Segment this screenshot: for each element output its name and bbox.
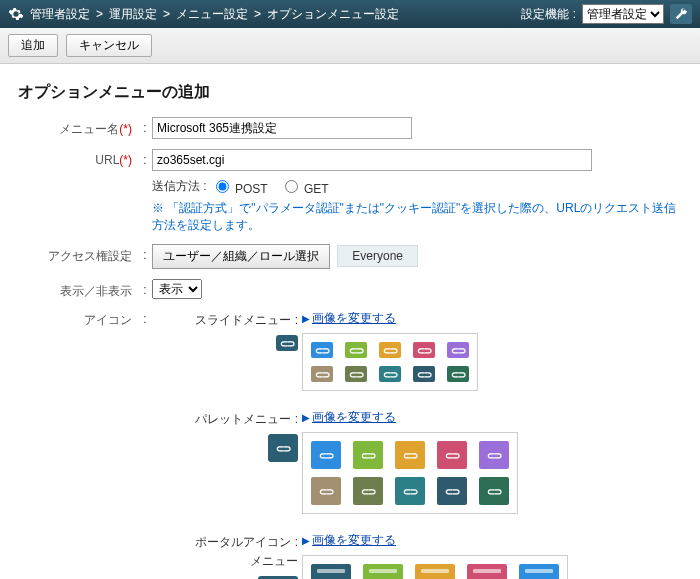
breadcrumb-item[interactable]: メニュー設定 [176,6,248,23]
icon-swatch[interactable]: ⊂⊃ [519,564,559,579]
icon-swatch[interactable]: ⊂⊃ [345,366,367,382]
icon-swatch[interactable]: ⊂⊃ [363,564,403,579]
palette-icon-palette: ⊂⊃⊂⊃⊂⊃⊂⊃⊂⊃ ⊂⊃⊂⊃⊂⊃⊂⊃⊂⊃ [302,432,518,514]
icon-swatch[interactable]: ⊂⊃ [311,477,341,505]
gear-icon [8,6,24,22]
icon-swatch[interactable]: ⊂⊃ [467,564,507,579]
icon-swatch[interactable]: ⊂⊃ [447,366,469,382]
setting-function-select[interactable]: 管理者設定 [582,4,664,24]
portal-icon-label: ポータルアイコン [195,535,291,549]
icon-swatch[interactable]: ⊂⊃ [353,441,383,469]
icon-swatch[interactable]: ⊂⊃ [311,441,341,469]
slide-change-image-link[interactable]: 画像を変更する [312,311,396,325]
icon-swatch[interactable]: ⊂⊃ [479,477,509,505]
url-label: URL [95,153,119,167]
menu-name-label: メニュー名 [59,122,119,136]
send-get-radio[interactable]: GET [280,177,329,196]
send-method-note: ※ 「認証方式」で"パラメータ認証"または"クッキー認証"を選択した際の、URL… [152,200,682,234]
icon-swatch[interactable]: ⊂⊃ [413,366,435,382]
icon-swatch[interactable]: ⊂⊃ [395,441,425,469]
icon-label: アイコン [84,313,132,327]
icon-swatch[interactable]: ⊂⊃ [311,342,333,358]
setting-function-label: 設定機能 : [521,6,576,23]
icon-swatch[interactable]: ⊂⊃ [311,564,351,579]
icon-swatch[interactable]: ⊂⊃ [379,342,401,358]
slide-menu-label: スライドメニュー [195,313,291,327]
portal-change-image-link[interactable]: 画像を変更する [312,533,396,547]
slide-icon-palette: ⊂⊃⊂⊃⊂⊃⊂⊃⊂⊃ ⊂⊃⊂⊃⊂⊃⊂⊃⊂⊃ [302,333,478,391]
triangle-icon: ▶ [302,313,310,324]
icon-swatch[interactable]: ⊂⊃ [311,366,333,382]
icon-swatch[interactable]: ⊂⊃ [437,477,467,505]
triangle-icon: ▶ [302,535,310,546]
page-title: オプションメニューの追加 [18,82,682,103]
breadcrumb-item[interactable]: オプションメニュー設定 [267,6,399,23]
send-method-label: 送信方法 : [152,178,207,195]
breadcrumb-item[interactable]: 運用設定 [109,6,157,23]
send-post-radio[interactable]: POST [211,177,268,196]
display-select[interactable]: 表示 [152,279,202,299]
breadcrumb: 管理者設定 > 運用設定 > メニュー設定 > オプションメニュー設定 [30,6,521,23]
icon-swatch[interactable]: ⊂⊃ [395,477,425,505]
url-input[interactable] [152,149,592,171]
icon-swatch[interactable]: ⊂⊃ [413,342,435,358]
icon-swatch[interactable]: ⊂⊃ [415,564,455,579]
breadcrumb-item[interactable]: 管理者設定 [30,6,90,23]
add-button[interactable]: 追加 [8,34,58,57]
display-label: 表示／非表示 [60,284,132,298]
slide-current-icon: ⊂⊃ [276,335,298,351]
cancel-button[interactable]: キャンセル [66,34,152,57]
icon-swatch[interactable]: ⊂⊃ [447,342,469,358]
palette-menu-label: パレットメニュー [195,412,291,426]
topbar: 管理者設定 > 運用設定 > メニュー設定 > オプションメニュー設定 設定機能… [0,0,700,28]
portal-menu-label: メニュー [250,554,298,568]
menu-name-input[interactable] [152,117,412,139]
toolbar: 追加 キャンセル [0,28,700,64]
wrench-icon[interactable] [670,4,692,24]
portal-icon-palette: ⊂⊃⊂⊃⊂⊃⊂⊃⊂⊃ ⊂⊃⊂⊃⊂⊃⊂⊃⊂⊃ [302,555,568,579]
icon-swatch[interactable]: ⊂⊃ [379,366,401,382]
icon-swatch[interactable]: ⊂⊃ [345,342,367,358]
triangle-icon: ▶ [302,412,310,423]
palette-current-icon: ⊂⊃ [268,434,298,462]
palette-change-image-link[interactable]: 画像を変更する [312,410,396,424]
access-label: アクセス権設定 [48,249,132,263]
icon-swatch[interactable]: ⊂⊃ [479,441,509,469]
access-value: Everyone [337,245,418,267]
access-select-button[interactable]: ユーザー／組織／ロール選択 [152,244,330,269]
icon-swatch[interactable]: ⊂⊃ [437,441,467,469]
icon-swatch[interactable]: ⊂⊃ [353,477,383,505]
